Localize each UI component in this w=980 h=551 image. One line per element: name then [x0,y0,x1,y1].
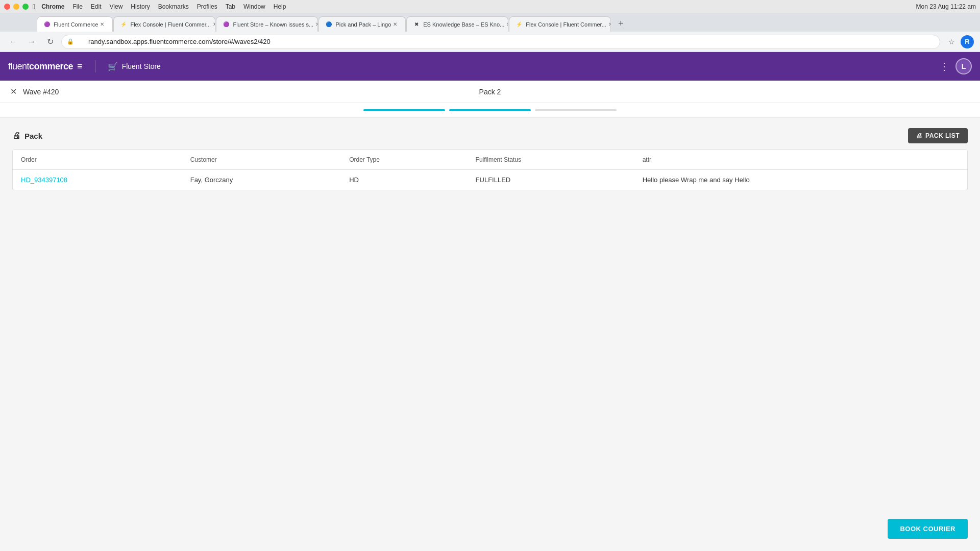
col-customer: Customer [182,150,341,170]
tab-label-6: Flex Console | Fluent Commer... [526,21,606,28]
menu-help[interactable]: Help [274,3,286,10]
menu-file[interactable]: File [72,3,82,10]
progress-step-2 [449,109,531,111]
tab-close-6[interactable]: ✕ [606,20,611,29]
cell-customer: Fay, Gorczany [182,170,341,190]
logo-light: fluent [8,61,29,71]
macos-datetime: Mon 23 Aug 11:22 am [916,3,976,10]
pack-list-button[interactable]: 🖨 PACK LIST [908,128,968,143]
col-attr: attr [634,150,967,170]
pack-table: Order Customer Order Type Fulfilment Sta… [13,150,967,190]
tab-label-5: ES Knowledge Base – ES Kno... [423,21,504,28]
table-row: HD_934397108 Fay, Gorczany HD FULFILLED … [13,170,967,190]
logo-symbol: ≡ [77,61,83,72]
url-text: randy.sandbox.apps.fluentcommerce.com/st… [88,38,271,45]
col-order: Order [13,150,182,170]
header-avatar[interactable]: L [955,58,972,74]
profile-badge[interactable]: R [961,35,974,48]
table-header-row: Order Customer Order Type Fulfilment Sta… [13,150,967,170]
apple-icon[interactable]:  [33,3,35,11]
menu-bookmarks[interactable]: Bookmarks [158,3,189,10]
main-area: 🖨 Pack 🖨 PACK LIST Order Customer Order … [0,118,980,201]
pack-title: 🖨 Pack [12,131,42,140]
page-content: ✕ Wave #420 Pack 2 🖨 Pack 🖨 PACK LIST [0,81,980,551]
maximize-window-btn[interactable] [22,4,29,10]
tab-favicon-1: 🟣 [43,21,51,28]
store-label: Fluent Store [122,62,161,70]
chrome-tabs-bar: 🟣 Fluent Commerce ✕ ⚡ Flex Console | Flu… [0,13,980,32]
menu-edit[interactable]: Edit [91,3,102,10]
header-store: 🛒 Fluent Store [108,62,161,71]
menu-view[interactable]: View [110,3,123,10]
pack-table-container: Order Customer Order Type Fulfilment Sta… [12,149,968,190]
cell-fulfilment-status: FULFILLED [468,170,634,190]
wave-step-title: Pack 2 [479,88,501,96]
order-link[interactable]: HD_934397108 [21,176,67,184]
cell-order-type: HD [341,170,467,190]
tab-label-3: Fluent Store – Known issues s... [233,21,313,28]
pack-title-text: Pack [24,132,42,140]
logo-text: fluentcommerce [8,61,73,72]
tab-favicon-5: ✖ [413,21,420,28]
pack-icon: 🖨 [12,131,20,140]
tab-es-knowledge-base[interactable]: ✖ ES Knowledge Base – ES Kno... ✕ [406,16,508,32]
tab-close-3[interactable]: ✕ [313,20,318,29]
minimize-window-btn[interactable] [13,4,19,10]
tab-fluent-commerce[interactable]: 🟣 Fluent Commerce ✕ [37,16,113,32]
store-cart-icon: 🛒 [108,62,118,71]
lock-icon: 🔒 [67,38,74,45]
pack-list-label: PACK LIST [925,132,960,139]
reload-button[interactable]: ↻ [43,35,57,49]
new-tab-button[interactable]: + [614,16,628,31]
progress-step-3 [535,109,617,111]
macos-bar:  Chrome File Edit View History Bookmark… [0,0,980,13]
address-bar[interactable]: 🔒 randy.sandbox.apps.fluentcommerce.com/… [61,35,940,49]
address-right-icons: ☆ R [944,35,974,49]
col-order-type: Order Type [341,150,467,170]
tab-favicon-6: ⚡ [516,21,523,28]
logo-bold: commerce [29,61,73,71]
menu-window[interactable]: Window [243,3,265,10]
tab-favicon-2: ⚡ [120,21,127,28]
tab-flex-console-2[interactable]: ⚡ Flex Console | Fluent Commer... ✕ [509,16,611,32]
macos-right-icons: Mon 23 Aug 11:22 am [916,3,976,10]
tab-fluent-store-issues[interactable]: 🟣 Fluent Store – Known issues s... ✕ [216,16,318,32]
header-right: ⋮ L [939,58,972,74]
back-button[interactable]: ← [6,35,20,49]
menu-history[interactable]: History [131,3,150,10]
book-courier-button[interactable]: BOOK COURIER [888,519,968,539]
tab-flex-console-1[interactable]: ⚡ Flex Console | Fluent Commer... ✕ [113,16,215,32]
table-body: HD_934397108 Fay, Gorczany HD FULFILLED … [13,170,967,190]
menu-tab[interactable]: Tab [226,3,235,10]
tab-favicon-4: 🔵 [325,21,332,28]
macos-menu: Chrome File Edit View History Bookmarks … [41,3,286,10]
bookmark-button[interactable]: ☆ [944,35,959,49]
tab-label-2: Flex Console | Fluent Commer... [130,21,211,28]
tab-close-4[interactable]: ✕ [391,20,399,29]
traffic-lights[interactable] [4,4,29,10]
cell-attr: Hello please Wrap me and say Hello [634,170,967,190]
pack-list-printer-icon: 🖨 [916,132,923,139]
cell-order: HD_934397108 [13,170,182,190]
wave-header: ✕ Wave #420 Pack 2 [0,81,980,103]
header-divider [95,60,95,72]
chrome-address-bar: ← → ↻ 🔒 randy.sandbox.apps.fluentcommerc… [0,32,980,52]
menu-chrome[interactable]: Chrome [41,3,64,10]
tab-favicon-3: 🟣 [223,21,230,28]
tab-label-4: Pick and Pack – Lingo [335,21,391,28]
menu-profiles[interactable]: Profiles [197,3,217,10]
tab-close-5[interactable]: ✕ [504,20,508,29]
tab-close-2[interactable]: ✕ [211,20,215,29]
fluent-logo: fluentcommerce ≡ [8,61,83,72]
progress-bar [0,103,980,118]
forward-button[interactable]: → [24,35,39,49]
col-fulfilment-status: Fulfilment Status [468,150,634,170]
tab-label-1: Fluent Commerce [54,21,98,28]
pack-section-header: 🖨 Pack 🖨 PACK LIST [12,128,968,143]
tab-close-1[interactable]: ✕ [98,20,106,29]
tab-pick-pack-lingo[interactable]: 🔵 Pick and Pack – Lingo ✕ [318,16,406,32]
table-header: Order Customer Order Type Fulfilment Sta… [13,150,967,170]
close-window-btn[interactable] [4,4,10,10]
header-menu-button[interactable]: ⋮ [939,60,949,72]
wave-close-button[interactable]: ✕ [10,87,17,96]
